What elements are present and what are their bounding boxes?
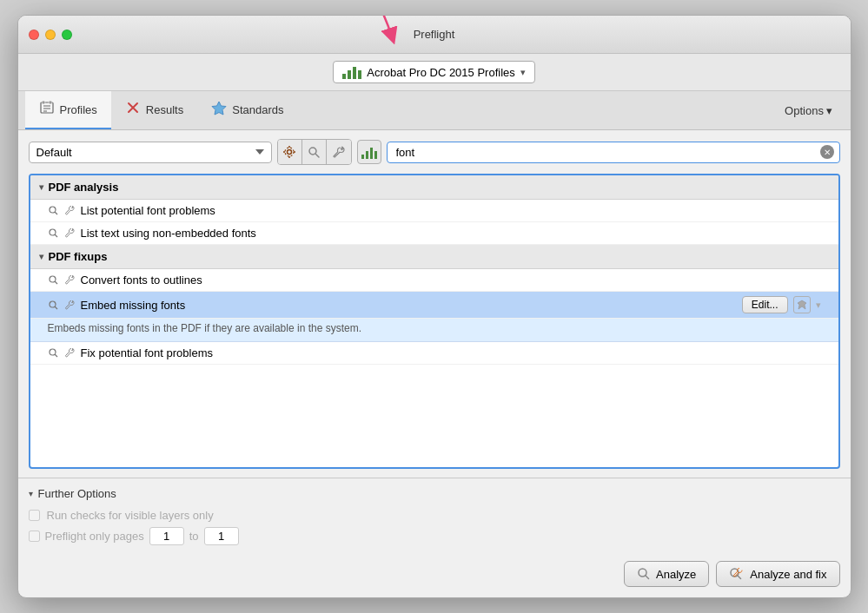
barchart-icon-btn[interactable] xyxy=(357,140,381,164)
pin-icon xyxy=(797,300,807,310)
svg-line-18 xyxy=(55,306,57,309)
wrench-item-icon-4 xyxy=(64,300,76,311)
bar-chart-icon xyxy=(342,65,361,79)
list-area: ▾ PDF analysis List potential font probl… xyxy=(29,174,840,469)
section-label-pdf-analysis: PDF analysis xyxy=(49,181,119,194)
page-from-input[interactable] xyxy=(149,527,184,545)
checkbox-row-1: Run checks for visible layers only xyxy=(29,509,840,522)
filter-select[interactable]: Default xyxy=(29,142,272,163)
settings-icon-btn[interactable] xyxy=(278,140,302,164)
icon-btn-group xyxy=(277,139,352,165)
minimize-button[interactable] xyxy=(45,30,56,40)
wrench-icon xyxy=(332,146,345,159)
tab-results-label: Results xyxy=(146,103,183,116)
section-header-pdf-analysis: ▾ PDF analysis xyxy=(30,175,838,200)
list-item-4-label: Embed missing fonts xyxy=(81,299,186,312)
close-button[interactable] xyxy=(29,30,39,40)
tab-results[interactable]: Results xyxy=(111,91,197,129)
wrench-item-icon-5 xyxy=(64,347,76,359)
search-item-icon-4 xyxy=(48,300,59,311)
tab-standards[interactable]: Standards xyxy=(197,91,297,129)
list-item-2[interactable]: List text using non-embedded fonts xyxy=(30,222,838,245)
visible-layers-checkbox[interactable] xyxy=(29,510,40,521)
svg-point-11 xyxy=(50,207,56,213)
profile-dropdown-label: Acrobat Pro DC 2015 Profiles xyxy=(367,66,515,79)
pages-only-label: Preflight only pages xyxy=(45,530,144,543)
options-button[interactable]: Options ▾ xyxy=(774,97,843,124)
settings-icon xyxy=(282,145,296,159)
window-title: Preflight xyxy=(414,28,455,41)
svg-point-4 xyxy=(42,101,45,104)
wrench-item-icon-2 xyxy=(64,227,76,239)
svg-point-7 xyxy=(288,150,292,155)
svg-point-5 xyxy=(49,101,52,104)
edit-button[interactable]: Edit... xyxy=(742,296,788,313)
svg-point-13 xyxy=(50,229,56,235)
wrench-item-icon xyxy=(64,205,76,216)
further-options-section: ▾ Further Options Run checks for visible… xyxy=(18,478,851,554)
profile-dropdown-chevron: ▾ xyxy=(520,67,526,78)
list-item-4[interactable]: Embed missing fonts Edit... ▾ xyxy=(30,292,838,319)
svg-line-25 xyxy=(738,576,741,579)
svg-line-23 xyxy=(646,576,649,579)
titlebar: Preflight xyxy=(18,16,851,54)
search-box: ✕ xyxy=(387,142,840,163)
svg-marker-6 xyxy=(212,102,226,115)
visible-layers-label: Run checks for visible layers only xyxy=(47,509,214,522)
tab-profiles-label: Profiles xyxy=(60,103,97,116)
search-icon xyxy=(308,146,321,159)
page-row: Preflight only pages to xyxy=(29,527,840,545)
item-description-row: Embeds missing fonts in the PDF if they … xyxy=(30,319,838,342)
chevron-icon-2: ▾ xyxy=(39,252,43,261)
dropdown-arrow-sm: ▾ xyxy=(816,300,821,311)
svg-line-21 xyxy=(55,354,57,357)
analyze-label: Analyze xyxy=(656,568,696,581)
traffic-lights xyxy=(29,30,72,40)
list-item-1-label: List potential font problems xyxy=(81,204,215,217)
search-clear-button[interactable]: ✕ xyxy=(820,145,834,159)
svg-point-20 xyxy=(50,349,56,355)
analyze-search-icon xyxy=(637,567,651,581)
svg-line-16 xyxy=(55,281,57,284)
pin-button[interactable] xyxy=(793,296,811,313)
section-label-pdf-fixups: PDF fixups xyxy=(49,250,108,263)
search-input[interactable] xyxy=(393,142,817,162)
chevron-icon: ▾ xyxy=(39,182,43,192)
list-item-5[interactable]: Fix potential font problems xyxy=(30,342,838,365)
svg-marker-19 xyxy=(798,300,806,309)
preflight-window: Preflight Acrobat Pro DC 2015 Profiles ▾ xyxy=(17,15,851,598)
search-item-icon-5 xyxy=(48,347,59,359)
list-item-1[interactable]: List potential font problems xyxy=(30,200,838,222)
profile-dropdown[interactable]: Acrobat Pro DC 2015 Profiles ▾ xyxy=(333,61,535,83)
maximize-button[interactable] xyxy=(62,30,72,40)
further-options-header: ▾ Further Options xyxy=(29,487,840,500)
svg-point-15 xyxy=(50,276,56,282)
analyze-fix-button[interactable]: Analyze and fix xyxy=(716,561,839,587)
action-buttons: Analyze Analyze and fix xyxy=(624,561,839,587)
further-chevron-icon: ▾ xyxy=(29,489,33,498)
to-label: to xyxy=(189,530,199,543)
item-description: Embeds missing fonts in the PDF if they … xyxy=(48,322,362,334)
list-item-2-label: List text using non-embedded fonts xyxy=(81,227,256,240)
wrench-icon-btn[interactable] xyxy=(327,140,351,164)
standards-icon xyxy=(211,100,227,119)
profiles-icon xyxy=(39,100,55,119)
search-item-icon xyxy=(48,205,59,216)
tab-standards-label: Standards xyxy=(232,103,283,116)
svg-point-8 xyxy=(285,148,294,156)
page-to-input[interactable] xyxy=(204,527,239,545)
pages-only-checkbox[interactable] xyxy=(29,531,40,542)
barchart-toolbar-icon xyxy=(361,145,377,159)
search-item-icon-3 xyxy=(48,274,59,286)
svg-point-9 xyxy=(309,148,316,155)
search-icon-btn[interactable] xyxy=(302,140,327,164)
list-item-5-label: Fix potential font problems xyxy=(81,346,213,359)
list-item-3[interactable]: Convert fonts to outlines xyxy=(30,269,838,292)
results-icon xyxy=(125,100,141,119)
tab-profiles[interactable]: Profiles xyxy=(25,91,111,129)
bottom-row: Analyze Analyze and fix xyxy=(18,554,851,597)
svg-line-12 xyxy=(55,212,57,214)
section-header-pdf-fixups: ▾ PDF fixups xyxy=(30,245,838,269)
dropdown-bar: Acrobat Pro DC 2015 Profiles ▾ xyxy=(18,54,851,91)
analyze-button[interactable]: Analyze xyxy=(624,561,709,587)
